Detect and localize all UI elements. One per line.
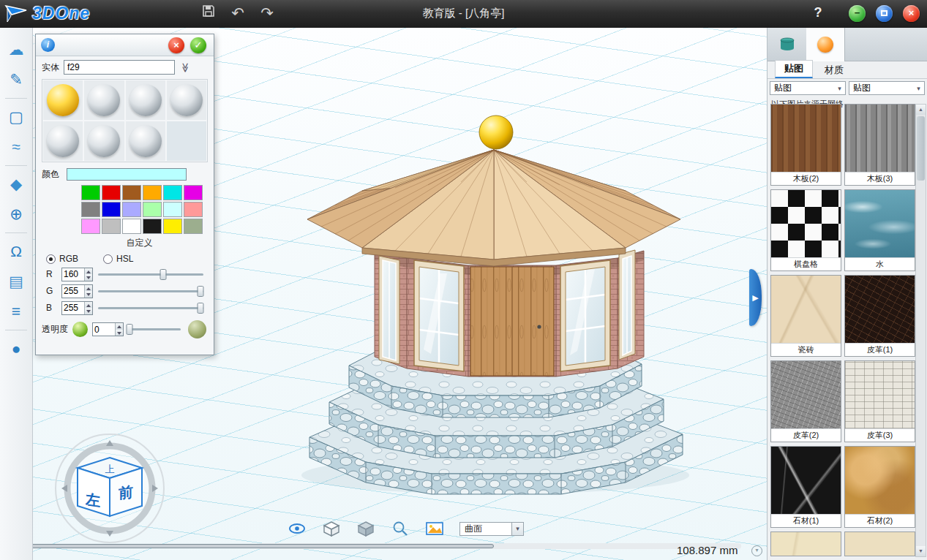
r-slider-thumb[interactable] — [160, 269, 167, 280]
palette-swatch[interactable] — [143, 185, 162, 200]
palette-swatch[interactable] — [143, 202, 162, 217]
material-swatch[interactable] — [125, 80, 166, 121]
measurement-indicator-icon[interactable]: ▾ — [751, 545, 762, 556]
b-value-input[interactable] — [62, 302, 84, 314]
texture-item[interactable]: 石材(1) — [770, 446, 841, 528]
dropdown-arrow-icon[interactable]: ▾ — [511, 523, 523, 535]
texture-item[interactable]: 水 — [844, 189, 915, 271]
dropdown-arrow-icon[interactable]: ▾ — [834, 85, 845, 92]
tab-materials[interactable]: 材质 — [816, 62, 852, 78]
pavilion-window-far-left[interactable] — [379, 256, 399, 364]
palette-swatch[interactable] — [122, 219, 141, 234]
rgb-radio[interactable]: RGB — [46, 254, 78, 264]
texture-item[interactable]: 皮革(3) — [844, 360, 915, 442]
palette-swatch[interactable] — [184, 202, 203, 217]
curve-tool-icon[interactable]: ≈ — [4, 135, 28, 159]
custom-color-label[interactable]: 自定义 — [36, 234, 214, 251]
visibility-eye-icon[interactable] — [288, 521, 307, 537]
spin-up-button[interactable] — [85, 285, 92, 292]
pavilion-window-left[interactable] — [414, 260, 464, 371]
spin-down-button[interactable] — [85, 308, 92, 314]
spin-up-button[interactable] — [85, 268, 92, 275]
b-slider[interactable] — [98, 307, 203, 309]
palette-swatch[interactable] — [122, 185, 141, 200]
texture-item[interactable]: 皮革(2) — [770, 360, 841, 442]
palette-swatch[interactable] — [163, 219, 182, 234]
cancel-button[interactable]: × — [168, 37, 184, 53]
spin-down-button[interactable] — [85, 274, 92, 281]
vertical-scrollbar[interactable]: ▲ ▼ — [915, 104, 926, 557]
b-slider-thumb[interactable] — [197, 303, 203, 314]
transparency-value-input[interactable] — [93, 323, 115, 336]
texture-item[interactable]: 木板(3) — [844, 104, 915, 186]
material-swatch-gold[interactable] — [42, 80, 83, 121]
library-tab-materials[interactable] — [806, 28, 845, 61]
section-tool-icon[interactable]: ≡ — [4, 300, 28, 323]
expand-chevron-icon[interactable]: ≫ — [180, 61, 191, 73]
palette-swatch[interactable] — [122, 202, 141, 217]
sketch-plane-tool-icon[interactable]: ▢ — [4, 105, 28, 129]
palette-swatch[interactable] — [184, 219, 203, 234]
horizontal-scrollbar-thumb[interactable] — [33, 544, 494, 548]
spin-down-button[interactable] — [116, 330, 123, 336]
solid-feature-tool-icon[interactable]: ◆ — [4, 173, 28, 196]
texture-item[interactable]: 瓷砖 — [770, 275, 841, 357]
palette-swatch[interactable] — [81, 202, 100, 217]
wireframe-cube-icon[interactable] — [322, 521, 341, 537]
material-swatch[interactable] — [83, 80, 124, 121]
roof-finial-ball[interactable] — [479, 116, 513, 149]
zoom-magnifier-icon[interactable] — [391, 521, 410, 537]
category-dropdown-right[interactable]: 贴图 ▾ — [849, 81, 925, 95]
pavilion-door[interactable] — [470, 267, 554, 376]
material-tool-icon[interactable]: ▤ — [4, 270, 28, 293]
palette-swatch[interactable] — [184, 185, 203, 200]
g-slider[interactable] — [98, 290, 203, 292]
palette-swatch[interactable] — [163, 185, 182, 200]
surface-tool-icon[interactable]: ☁ — [4, 38, 28, 61]
texture-item[interactable]: 木板(2) — [770, 104, 841, 186]
constraint-tool-icon[interactable]: Ω — [4, 240, 28, 263]
tab-maps[interactable]: 贴图 — [775, 60, 813, 78]
material-swatch[interactable] — [166, 80, 207, 121]
pavilion-roof[interactable] — [307, 150, 680, 260]
texture-item[interactable]: 石材(2) — [844, 446, 915, 528]
palette-swatch[interactable] — [163, 202, 182, 217]
primitive-sphere-tool-icon[interactable]: ● — [4, 337, 28, 360]
capture-image-icon[interactable] — [425, 521, 444, 537]
r-value-input[interactable] — [62, 268, 84, 281]
scroll-up-button[interactable]: ▲ — [916, 105, 926, 115]
spin-down-button[interactable] — [85, 291, 92, 298]
current-color-bar[interactable] — [67, 168, 187, 181]
material-swatch[interactable] — [83, 121, 124, 162]
category-dropdown-left[interactable]: 贴图 ▾ — [770, 81, 846, 95]
confirm-button[interactable]: ✓ — [190, 37, 206, 53]
palette-swatch[interactable] — [81, 219, 100, 234]
close-button[interactable]: × — [903, 5, 920, 22]
render-brush-tool-icon[interactable]: ✎ — [4, 68, 28, 91]
shaded-cube-icon[interactable] — [356, 521, 375, 537]
minimize-button[interactable]: − — [849, 5, 866, 22]
palette-swatch[interactable] — [143, 219, 162, 234]
view-cube[interactable]: 上 左 前 — [51, 431, 168, 548]
texture-item-partial[interactable] — [770, 531, 841, 556]
transparency-slider[interactable] — [128, 328, 181, 330]
material-swatch[interactable] — [42, 121, 83, 162]
spin-up-button[interactable] — [85, 302, 92, 309]
texture-item[interactable]: 皮革(1) — [844, 275, 915, 357]
g-slider-thumb[interactable] — [197, 286, 203, 297]
pavilion-window-right[interactable] — [560, 260, 610, 371]
horizontal-scrollbar[interactable] — [258, 543, 741, 549]
dropdown-arrow-icon[interactable]: ▾ — [913, 85, 924, 92]
help-button[interactable]: ? — [810, 5, 826, 20]
g-value-input[interactable] — [62, 285, 84, 298]
move-tool-icon[interactable]: ⊕ — [4, 203, 28, 226]
maximize-button[interactable] — [876, 5, 893, 22]
palette-swatch[interactable] — [102, 185, 121, 200]
material-swatch-empty[interactable] — [166, 121, 207, 162]
palette-swatch[interactable] — [102, 202, 121, 217]
vertical-scrollbar-thumb[interactable] — [917, 116, 925, 181]
texture-item[interactable]: 棋盘格 — [770, 189, 841, 271]
r-slider[interactable] — [98, 273, 203, 276]
scroll-down-button[interactable]: ▼ — [916, 546, 926, 556]
library-tab-database[interactable] — [768, 28, 806, 61]
